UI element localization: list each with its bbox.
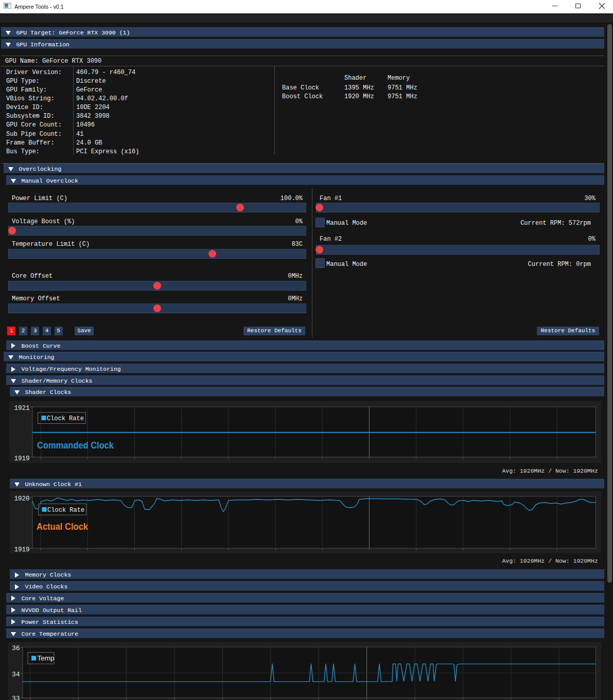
svg-text:Actual Clock: Actual Clock [37, 521, 88, 532]
svg-text:1920: 1920 [14, 495, 29, 502]
svg-text:1919: 1919 [14, 455, 29, 462]
svg-text:Commanded Clock: Commanded Clock [37, 440, 114, 451]
svg-text:1921: 1921 [14, 405, 29, 412]
svg-text:Clock Rate: Clock Rate [47, 507, 84, 514]
svg-text:33: 33 [12, 695, 20, 700]
svg-text:34: 34 [12, 670, 20, 678]
svg-text:1919: 1919 [14, 546, 29, 553]
svg-text:Clock Rate: Clock Rate [47, 415, 84, 422]
svg-text:Temp: Temp [38, 654, 55, 662]
svg-text:36: 36 [12, 644, 20, 652]
